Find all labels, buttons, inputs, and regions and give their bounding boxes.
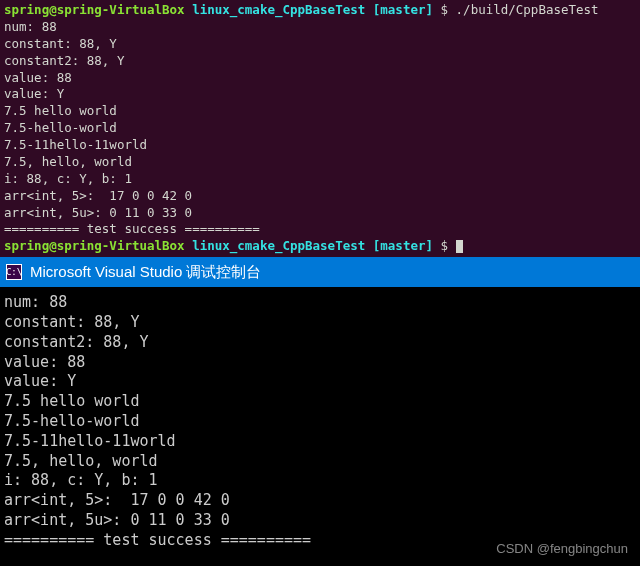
terminal-cursor	[456, 240, 463, 253]
output-line: constant2: 88, Y	[4, 53, 636, 70]
output-line: constant2: 88, Y	[4, 333, 636, 353]
output-line: 7.5, hello, world	[4, 154, 636, 171]
output-line: constant: 88, Y	[4, 313, 636, 333]
prompt-branch: [master]	[373, 238, 433, 253]
output-line: 7.5-11hello-11world	[4, 137, 636, 154]
prompt-path: linux_cmake_CppBaseTest	[192, 2, 365, 17]
linux-terminal[interactable]: spring@spring-VirtualBox linux_cmake_Cpp…	[0, 0, 640, 257]
output-line: value: Y	[4, 372, 636, 392]
windows-output-block: num: 88constant: 88, Yconstant2: 88, Yva…	[4, 293, 636, 550]
output-line: i: 88, c: Y, b: 1	[4, 171, 636, 188]
output-line: 7.5-hello-world	[4, 120, 636, 137]
prompt-dollar: $	[441, 2, 449, 17]
output-line: 7.5, hello, world	[4, 452, 636, 472]
output-line: 7.5 hello world	[4, 103, 636, 120]
window-title: Microsoft Visual Studio 调试控制台	[30, 263, 261, 282]
prompt-branch: [master]	[373, 2, 433, 17]
prompt-line-1: spring@spring-VirtualBox linux_cmake_Cpp…	[4, 2, 636, 19]
console-icon: C:\	[6, 264, 22, 280]
output-line: i: 88, c: Y, b: 1	[4, 471, 636, 491]
windows-console[interactable]: num: 88constant: 88, Yconstant2: 88, Yva…	[0, 287, 640, 552]
output-line: arr<int, 5u>: 0 11 0 33 0	[4, 511, 636, 531]
linux-output-block: num: 88constant: 88, Yconstant2: 88, Yva…	[4, 19, 636, 238]
watermark-text: CSDN @fengbingchun	[496, 541, 628, 556]
windows-titlebar[interactable]: C:\ Microsoft Visual Studio 调试控制台	[0, 257, 640, 287]
prompt-path: linux_cmake_CppBaseTest	[192, 238, 365, 253]
output-line: arr<int, 5u>: 0 11 0 33 0	[4, 205, 636, 222]
output-line: num: 88	[4, 19, 636, 36]
command-text: ./build/CppBaseTest	[456, 2, 599, 17]
prompt-line-2: spring@spring-VirtualBox linux_cmake_Cpp…	[4, 238, 636, 255]
output-line: 7.5-hello-world	[4, 412, 636, 432]
output-line: value: 88	[4, 70, 636, 87]
prompt-user-host: spring@spring-VirtualBox	[4, 2, 185, 17]
prompt-user-host: spring@spring-VirtualBox	[4, 238, 185, 253]
output-line: constant: 88, Y	[4, 36, 636, 53]
output-line: arr<int, 5>: 17 0 0 42 0	[4, 491, 636, 511]
output-line: 7.5 hello world	[4, 392, 636, 412]
output-line: arr<int, 5>: 17 0 0 42 0	[4, 188, 636, 205]
output-line: 7.5-11hello-11world	[4, 432, 636, 452]
output-line: value: 88	[4, 353, 636, 373]
output-line: ========== test success ==========	[4, 221, 636, 238]
output-line: num: 88	[4, 293, 636, 313]
prompt-dollar: $	[441, 238, 449, 253]
output-line: value: Y	[4, 86, 636, 103]
